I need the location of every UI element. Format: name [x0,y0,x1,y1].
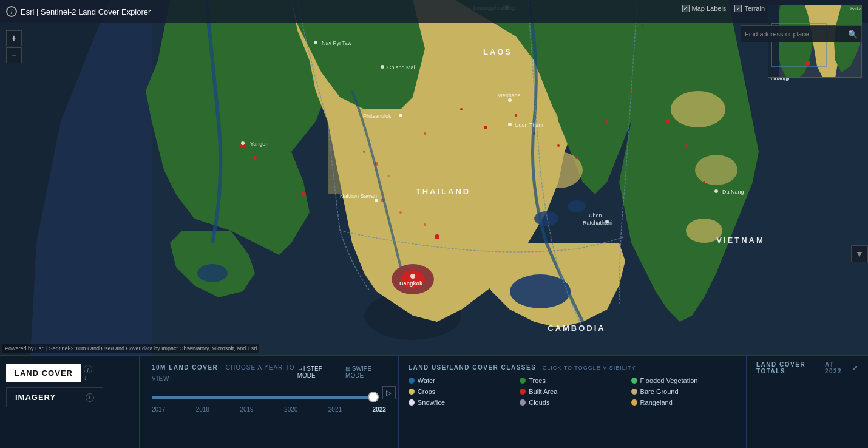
svg-point-61 [508,98,512,102]
svg-point-29 [484,126,487,129]
app-title: i Esri | Sentinel-2 Land Cover Explorer [6,6,151,17]
svg-text:Yangon: Yangon [250,141,268,147]
svg-point-59 [381,65,384,69]
svg-text:Vientiane: Vientiane [498,92,520,98]
timeline-track[interactable] [152,396,374,399]
legend-item-snow[interactable]: Snow/Ice [409,399,514,406]
legend-dot-water [409,378,415,384]
totals-section: LAND COVER TOTALS AT 2022 ⤢ [747,356,868,448]
legend-label-bare: Bare Ground [640,388,679,395]
land-cover-button[interactable]: LAND COVER [6,364,81,382]
year-2021[interactable]: 2021 [328,406,342,413]
svg-text:THAILAND: THAILAND [416,187,470,196]
totals-title: LAND COVER TOTALS [756,361,821,375]
legend-item-rangeland[interactable]: Rangeland [631,399,736,406]
svg-point-32 [557,144,560,147]
svg-text:Haikau: Haikau [850,7,862,11]
zoom-in-button[interactable]: + [6,30,22,46]
legend-item-flooded[interactable]: Flooded Vegetation [631,377,736,384]
legend-item-built[interactable]: Built Area [520,388,625,395]
year-2018[interactable]: 2018 [196,406,209,413]
svg-point-63 [714,189,718,193]
svg-point-17 [695,155,737,185]
svg-text:Ratchathani: Ratchathani [583,220,612,226]
step-mode-button[interactable]: →I STEP MODE [297,365,337,379]
swipe-mode-button[interactable]: ⊟ SWIPE MODE [345,365,386,379]
search-button[interactable]: 🔍 [844,25,861,42]
legend-dot-snow [409,399,415,406]
legend-dot-flooded [631,378,637,384]
map-labels-checkbox[interactable]: ✓ [682,5,690,12]
legend-dot-trees [520,378,526,384]
land-cover-title: 10M LAND COVER [152,364,218,371]
svg-point-83 [805,61,810,66]
svg-text:Nakhon Sawan: Nakhon Sawan [340,193,377,199]
legend-label-built: Built Area [529,388,557,395]
totals-header: LAND COVER TOTALS AT 2022 ⤢ [756,361,858,375]
year-labels: 2017 2018 2019 2020 2021 2022 [152,406,386,413]
svg-point-23 [302,192,305,196]
svg-point-30 [515,114,517,117]
map-container[interactable]: LAOS THAILAND VIETNAM CAMBODIA Yangon Ba… [0,0,868,355]
svg-point-16 [671,91,725,127]
land-cover-info[interactable]: i [84,365,92,373]
legend-dot-built [520,389,526,395]
search-box: 🔍 [741,25,862,42]
legend-dot-clouds [520,399,526,406]
attribution-text: Powered by Esri | Sentinel-2 10m Land Us… [2,344,259,353]
svg-point-65 [399,114,402,117]
svg-point-57 [508,123,512,126]
legend-label-snow: Snow/Ice [418,399,445,406]
search-input[interactable] [741,30,844,38]
svg-point-46 [568,200,586,212]
svg-point-36 [666,120,670,123]
svg-point-38 [703,181,705,183]
legend-item-clouds[interactable]: Clouds [520,399,625,406]
legend-dot-bare [631,389,637,395]
timeline-thumb[interactable] [368,392,379,402]
year-2020[interactable]: 2020 [284,406,297,413]
map-labels-toggle[interactable]: ✓ Map Labels [682,5,727,12]
play-button[interactable]: ▷ [382,386,396,399]
legend-label-clouds: Clouds [529,399,549,406]
legend-item-crops[interactable]: Crops [409,388,514,395]
map-controls: ✓ Map Labels ✓ Terrain [682,5,765,12]
map-labels-text: Map Labels [692,5,727,12]
svg-text:Ubon: Ubon [589,212,602,219]
terrain-checkbox[interactable]: ✓ [734,5,742,12]
center-header: 10M LAND COVER CHOOSE A YEAR TO VIEW →I … [152,361,386,383]
legend-label-crops: Crops [418,388,435,395]
svg-text:LAOS: LAOS [483,47,512,56]
land-cover-download[interactable]: ↓ [84,375,92,381]
svg-text:Chiang Mai: Chiang Mai [387,64,415,70]
terrain-text: Terrain [744,5,765,12]
terrain-toggle[interactable]: ✓ Terrain [734,5,765,12]
mode-switcher: →I STEP MODE ⊟ SWIPE MODE [297,365,386,379]
legend-item-bare[interactable]: Bare Ground [631,388,736,395]
svg-point-51 [241,141,245,145]
year-2019[interactable]: 2019 [240,406,253,413]
timeline-container: ▷ 2017 2018 2019 2020 2021 2022 [152,392,386,413]
year-2022[interactable]: 2022 [373,406,386,413]
svg-text:Nay Pyi Taw: Nay Pyi Taw [322,40,352,46]
scroll-down-button[interactable]: ▼ [851,245,868,262]
legend-label-rangeland: Rangeland [640,399,673,406]
imagery-button[interactable]: IMAGERY i [6,387,103,407]
svg-point-42 [435,234,439,239]
svg-text:Udon Thani: Udon Thani [515,122,543,128]
legend-item-trees[interactable]: Trees [520,377,625,384]
zoom-out-button[interactable]: − [6,47,22,63]
svg-text:Phitsanulok: Phitsanulok [363,113,392,119]
svg-point-37 [685,144,687,147]
svg-text:CAMBODIA: CAMBODIA [548,324,606,333]
legend-label-flooded: Flooded Vegetation [640,377,698,384]
svg-point-70 [314,41,317,44]
expand-icon[interactable]: ⤢ [852,364,859,372]
svg-point-13 [486,97,558,146]
svg-point-28 [460,108,463,110]
year-2017[interactable]: 2017 [152,406,165,413]
classes-title: LAND USE/LAND COVER CLASSES [409,364,537,371]
legend-item-water[interactable]: Water [409,377,514,384]
info-icon[interactable]: i [6,6,17,17]
totals-year: AT 2022 [825,361,849,375]
